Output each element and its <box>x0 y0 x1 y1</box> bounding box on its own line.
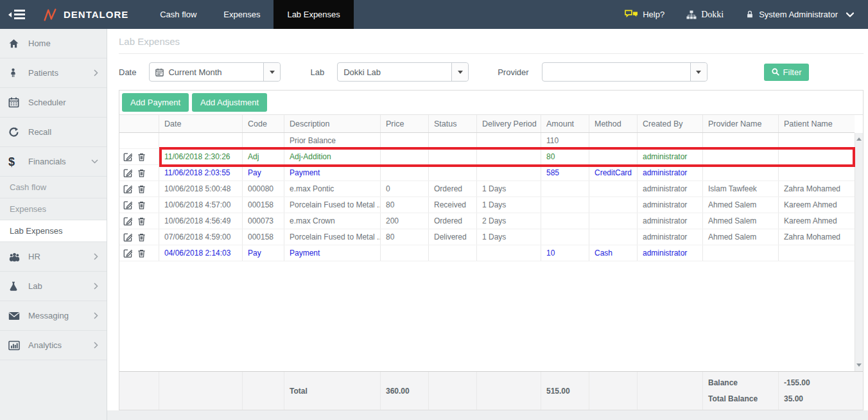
vertical-scrollbar[interactable] <box>855 133 863 371</box>
top-navbar: DENTALORE Cash flowExpensesLab Expenses … <box>0 0 868 29</box>
lab-dropdown-button[interactable] <box>451 63 468 81</box>
cell-patient: Kareem Ahmed <box>779 197 855 213</box>
column-header-created-by[interactable]: Created By <box>638 115 703 132</box>
scroll-up-icon[interactable] <box>856 137 862 141</box>
clinic-menu[interactable]: Dokki <box>686 10 724 20</box>
sidebar-item-lab[interactable]: Lab <box>0 272 107 301</box>
cell-date <box>159 133 243 148</box>
delete-row-button[interactable] <box>137 152 146 162</box>
group-icon <box>8 252 28 262</box>
column-header-actions <box>119 115 159 132</box>
column-header-status[interactable]: Status <box>429 115 477 132</box>
sidebar-item-label: Financials <box>28 157 66 166</box>
table-row[interactable]: Prior Balance110 <box>119 133 855 149</box>
help-label: Help? <box>643 10 664 19</box>
cell-status: Ordered <box>429 213 477 229</box>
edit-row-button[interactable] <box>123 249 133 258</box>
sidebar-item-recall[interactable]: Recall <box>0 118 107 147</box>
row-actions <box>119 197 159 213</box>
sidebar-item-patients[interactable]: Patients <box>0 58 107 88</box>
cell-amount: 110 <box>541 133 589 148</box>
column-header-delivery-period[interactable]: Delivery Period <box>477 115 541 132</box>
sidebar-subitem-lab-expenses[interactable]: Lab Expenses <box>0 220 107 242</box>
lab-filter-dropdown[interactable]: Dokki Lab <box>337 62 469 82</box>
delete-row-button[interactable] <box>137 249 146 258</box>
cell-provider: Islam Tawfeek <box>703 181 779 197</box>
cell-method <box>589 149 638 164</box>
column-header-description[interactable]: Description <box>284 115 381 132</box>
sidebar-item-home[interactable]: Home <box>0 29 107 58</box>
sidebar-item-financials[interactable]: $Financials <box>0 147 107 177</box>
edit-row-button[interactable] <box>123 200 133 210</box>
delete-row-button[interactable] <box>137 168 146 178</box>
column-header-date[interactable]: Date <box>159 115 243 132</box>
tab-cash-flow[interactable]: Cash flow <box>146 0 210 29</box>
flask-icon <box>8 281 28 292</box>
sidebar-item-analytics[interactable]: Analytics <box>0 331 107 360</box>
column-header-code[interactable]: Code <box>243 115 284 132</box>
sidebar-collapse-button[interactable] <box>0 0 33 29</box>
sidebar-item-label: Analytics <box>28 340 62 350</box>
edit-row-button[interactable] <box>123 232 133 242</box>
cell-date: 11/06/2018 2:03:55 <box>159 165 243 180</box>
delete-row-button[interactable] <box>137 184 146 194</box>
scroll-down-icon[interactable] <box>856 363 862 367</box>
provider-dropdown-button[interactable] <box>690 63 707 81</box>
sidebar-item-scheduler[interactable]: Scheduler <box>0 88 107 118</box>
cell-description: Prior Balance <box>284 133 381 148</box>
filter-button[interactable]: Filter <box>764 64 810 81</box>
cell-code: 000158 <box>243 229 284 245</box>
hamburger-icon <box>14 10 25 19</box>
cell-code <box>243 133 284 148</box>
caret-down-icon <box>696 71 701 74</box>
column-header-provider-name[interactable]: Provider Name <box>703 115 779 132</box>
cell-created-by <box>638 133 703 148</box>
table-row[interactable]: 10/06/2018 4:57:00000158Porcelain Fused … <box>119 197 855 213</box>
chevron-down-icon <box>846 12 854 17</box>
lock-icon <box>745 10 754 19</box>
table-row[interactable]: 11/06/2018 2:03:55PayPayment585CreditCar… <box>119 165 855 181</box>
table-row[interactable]: 10/06/2018 4:56:49000073e.max Crown200Or… <box>119 213 855 229</box>
edit-row-button[interactable] <box>123 184 133 194</box>
table-row[interactable]: 04/06/2018 2:14:03PayPayment10Cashadmini… <box>119 245 855 261</box>
edit-row-button[interactable] <box>123 216 133 226</box>
cell-price <box>381 149 429 164</box>
cell-description: Payment <box>284 245 381 261</box>
delete-row-button[interactable] <box>137 216 146 226</box>
column-header-patient-name[interactable]: Patient Name <box>779 115 855 132</box>
edit-row-button[interactable] <box>123 152 133 162</box>
delete-row-button[interactable] <box>137 200 146 210</box>
sidebar-subitem-cash-flow[interactable]: Cash flow <box>0 177 107 198</box>
sidebar-item-messaging[interactable]: Messaging <box>0 301 107 331</box>
column-header-amount[interactable]: Amount <box>541 115 589 132</box>
calendar-small-icon <box>155 68 164 76</box>
filter-bar: Date Current Month Lab Dokki Lab Provide… <box>119 54 864 90</box>
delete-row-button[interactable] <box>137 232 146 242</box>
cell-status: Delivered <box>429 229 477 245</box>
cell-method: Cash <box>589 245 638 261</box>
column-header-method[interactable]: Method <box>589 115 638 132</box>
column-header-price[interactable]: Price <box>381 115 429 132</box>
edit-row-button[interactable] <box>123 168 133 178</box>
date-dropdown-button[interactable] <box>263 63 280 81</box>
table-row[interactable]: 07/06/2018 4:59:00000158Porcelain Fused … <box>119 229 855 245</box>
cell-description: Porcelain Fused to Metal ... <box>284 197 381 213</box>
sidebar-item-label: Home <box>28 39 51 48</box>
add-payment-button[interactable]: Add Payment <box>122 93 189 112</box>
brand-logo-icon <box>42 7 58 22</box>
tab-expenses[interactable]: Expenses <box>210 0 273 29</box>
cell-amount: 10 <box>541 245 589 261</box>
provider-filter-dropdown[interactable] <box>542 62 707 82</box>
brand[interactable]: DENTALORE <box>42 0 128 29</box>
add-adjustment-button[interactable]: Add Adjustment <box>192 93 267 112</box>
tab-lab-expenses[interactable]: Lab Expenses <box>273 0 353 29</box>
search-icon <box>772 68 779 76</box>
table-row[interactable]: 11/06/2018 2:30:26AdjAdj-Addition80admin… <box>119 149 855 165</box>
sidebar-item-hr[interactable]: HR <box>0 242 107 272</box>
table-row[interactable]: 10/06/2018 5:00:48000080e.max Pontic0Ord… <box>119 181 855 197</box>
help-menu[interactable]: Help? <box>625 10 664 19</box>
date-filter-dropdown[interactable]: Current Month <box>149 62 281 82</box>
balance-value: -155.00 <box>784 378 810 387</box>
sidebar-subitem-expenses[interactable]: Expenses <box>0 198 107 220</box>
user-menu[interactable]: System Administrator <box>745 10 854 19</box>
